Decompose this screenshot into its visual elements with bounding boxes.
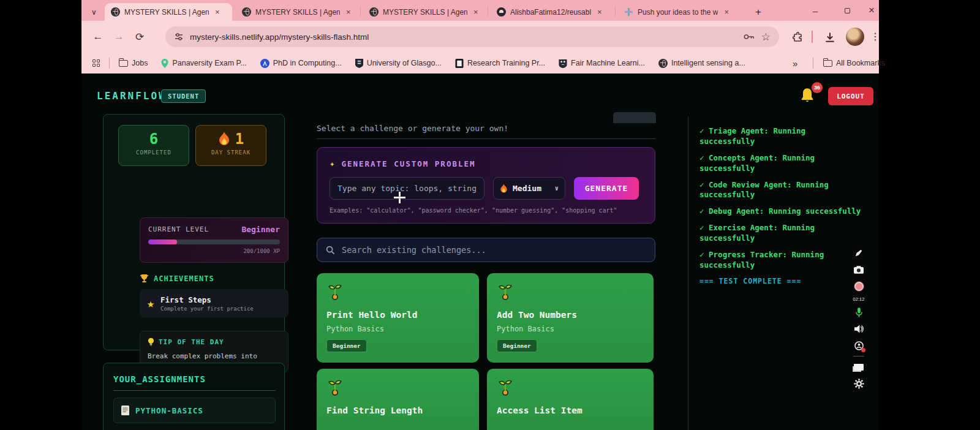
bookmark-label: University of Glasgo... [367,59,442,67]
extensions-icon[interactable] [792,32,804,43]
tab-search-button[interactable]: ∨ [85,3,104,21]
challenges-subtitle: Select a challenge or generate your own! [317,124,508,133]
challenge-card-add-two-numbers[interactable]: Add Two Numbers Python Basics Beginner [487,273,654,363]
settings-gear-button[interactable] [853,377,865,390]
challenge-search-bar[interactable] [317,238,655,262]
tab-mystery-skills-1[interactable]: MYSTERY SKILLS | Agenti × [105,3,232,21]
reload-button[interactable]: ⟳ [129,31,150,43]
assignment-item-python-basics[interactable]: PYTHON-BASICS [113,398,276,423]
achievement-title: First Steps [160,295,254,304]
restore-icon [845,8,850,13]
bookmark-all-bookmarks[interactable]: All Bookmarks [816,55,892,71]
challenge-title: Print Hello World [326,310,469,320]
browser-menu-icon[interactable]: ⋮ [870,31,880,42]
bookmark-panaversity[interactable]: Panaversity Exam P... [154,55,253,71]
notification-badge: 36 [812,82,823,93]
close-window-button[interactable]: × [859,0,884,21]
tab-label: Push your ideas to the w [638,8,718,17]
bookmarks-bar: Jobs Panaversity Exam P... PhD in Comput… [81,53,879,74]
chevron-down-icon: ∨ [554,184,559,192]
screens-button[interactable] [853,361,865,373]
forward-button[interactable]: → [108,31,129,43]
seedling-icon [326,377,344,396]
bookmark-phd[interactable]: PhD in Computing... [254,55,349,71]
partial-button [613,112,656,123]
new-tab-button[interactable]: + [749,3,765,21]
profile-avatar[interactable] [846,28,864,46]
tab-push-ideas[interactable]: Push your ideas to the w × [618,3,743,21]
bookmark-research-training[interactable]: Research Training Pr... [448,55,552,71]
challenge-search-input[interactable] [342,245,646,255]
bookmark-star-icon[interactable]: ☆ [761,31,771,43]
bookmarks-overflow-button[interactable]: » [786,55,804,71]
restore-button[interactable] [835,0,859,21]
notifications-button[interactable]: 36 [799,87,819,107]
download-icon[interactable] [824,31,836,43]
webcam-button[interactable] [853,339,865,352]
tab-close-icon[interactable]: × [722,7,731,17]
tab-label: MYSTERY SKILLS | Agenti [383,8,467,17]
speaker-button[interactable] [853,323,865,335]
screen-recorder-toolbar: 02:12 [850,244,867,391]
xp-text: 200/1000 XP [148,248,280,254]
password-key-icon[interactable] [743,32,755,41]
bookmark-intelligent-sensing[interactable]: Intelligent sensing a... [652,55,752,71]
streak-label: DAY STREAK [196,149,266,156]
recorder-divider [853,356,864,356]
challenge-title: Add Two Numbers [497,310,644,320]
bookmarks-divider [813,58,813,69]
log-line: ✓ Exercise Agent: Running successfully [699,223,864,244]
minimize-button[interactable]: – [803,0,827,21]
tab-close-icon[interactable]: × [344,7,353,17]
challenge-card-print-hello-world[interactable]: Print Hello World Python Basics Beginner [317,273,479,363]
pin-icon [161,59,168,68]
camera-button[interactable] [853,263,865,276]
globe-icon [369,7,379,17]
bookmark-jobs[interactable]: Jobs [112,55,154,71]
lightbulb-icon [148,338,154,347]
bookmark-fair-ml[interactable]: Fair Machine Learni... [552,55,652,71]
back-button[interactable]: ← [88,31,108,43]
xp-progress-track [148,240,280,244]
achievements-header: ACHIEVEMENTS [140,274,214,283]
microphone-button[interactable] [853,306,865,319]
tab-close-icon[interactable]: × [213,7,222,17]
tab-close-icon[interactable]: × [472,7,480,17]
address-bar[interactable]: mystery-skills.netlify.app/mystery-skill… [165,26,779,47]
challenge-card-find-string-length[interactable]: Find String Length [317,369,479,430]
bookmark-label: PhD in Computing... [273,59,342,67]
close-icon: × [869,4,875,17]
assignments-panel: YOUR_ASSIGNMENTS PYTHON-BASICS [103,363,285,430]
tab-strip: ∨ MYSTERY SKILLS | Agenti × MYSTERY SKIL… [81,0,879,21]
difficulty-select[interactable]: Medium ∨ [493,177,565,200]
seedling-icon [326,282,344,300]
toolbar-divider [812,31,813,43]
tab-github[interactable]: AlishbaFatima12/reusabl × [491,3,613,21]
assignments-divider [113,390,276,391]
flame-icon [218,132,230,146]
bookmark-glasgow[interactable]: University of Glasgo... [349,55,448,71]
plus-icon: + [755,6,761,18]
apps-grid-icon[interactable] [81,55,107,71]
challenge-level-badge: Beginner [326,339,367,352]
tab-mystery-skills-2[interactable]: MYSTERY SKILLS | Agenti × [236,3,358,21]
record-button[interactable] [853,280,865,292]
star-icon: ★ [147,296,154,311]
crest-icon [559,59,567,68]
generator-title: GENERATE CUSTOM PROBLEM [341,159,475,168]
level-value: Beginner [241,225,280,234]
tab-close-icon[interactable]: × [595,7,604,17]
challenge-title: Find String Length [326,405,469,415]
browser-window: ∨ MYSTERY SKILLS | Agenti × MYSTERY SKIL… [81,0,879,430]
logout-button[interactable]: LOGOUT [828,87,873,105]
tab-separator [615,7,616,17]
app-logo[interactable]: LEARNFLOW [97,90,167,102]
achievement-item: ★ First Steps Complete your first practi… [140,289,288,317]
draw-pen-button[interactable] [853,247,865,259]
log-line: ✓ Progress Tracker: Running successfully [699,250,864,271]
generate-button[interactable]: GENERATE [574,177,639,200]
tab-mystery-skills-3[interactable]: MYSTERY SKILLS | Agenti × [363,3,486,21]
challenge-card-access-list-item[interactable]: Access List Item [487,369,654,430]
topic-input[interactable] [330,177,484,200]
challenge-category: Python Basics [326,325,469,333]
